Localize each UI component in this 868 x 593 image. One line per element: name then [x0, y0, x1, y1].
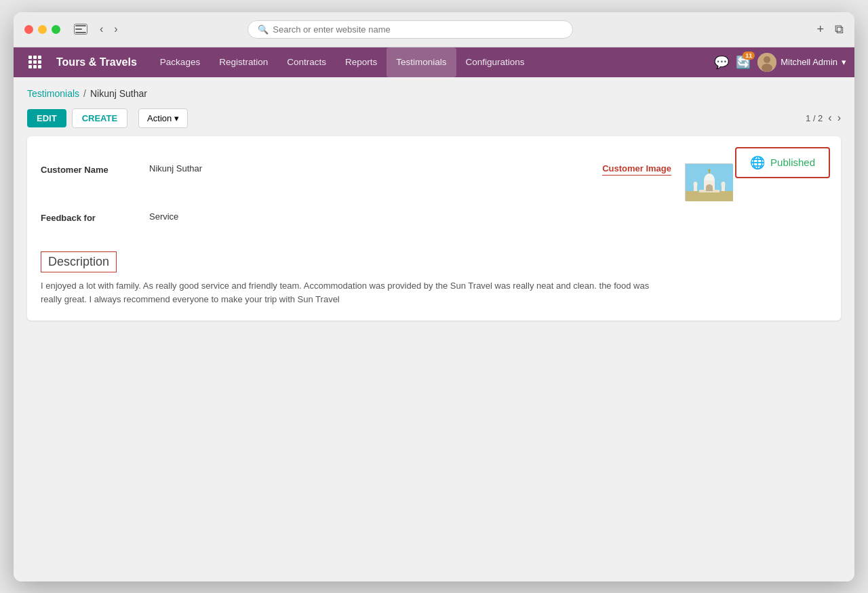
forward-button[interactable]: ›	[110, 22, 121, 37]
customer-image-label: Customer Image	[602, 163, 671, 176]
title-bar-right: + ⧉	[816, 22, 844, 37]
published-label: Published	[770, 157, 815, 168]
fullscreen-button[interactable]	[52, 25, 60, 34]
minimize-button[interactable]	[38, 25, 47, 34]
sidebar-toggle-button[interactable]	[74, 24, 87, 35]
search-bar[interactable]: 🔍	[248, 20, 573, 39]
next-page-button[interactable]: ›	[837, 112, 841, 124]
app-nav: Tours & Travels Packages Registration Co…	[14, 47, 854, 77]
nav-packages[interactable]: Packages	[151, 47, 210, 77]
published-button[interactable]: 🌐 Published	[735, 147, 830, 178]
title-bar: ‹ › 🔍 + ⧉	[14, 12, 854, 47]
customer-name-label: Customer Name	[41, 163, 149, 175]
nav-testimonials[interactable]: Testimonials	[387, 47, 456, 77]
feedback-for-row: Feedback for Service	[41, 211, 827, 223]
main-window: ‹ › 🔍 + ⧉ Tours & Travels Packages Regis…	[14, 12, 854, 581]
user-menu-button[interactable]: Mitchell Admin ▾	[757, 53, 846, 72]
feedback-for-value: Service	[149, 211, 178, 222]
svg-point-8	[694, 182, 698, 187]
action-chevron-icon: ▾	[174, 113, 179, 123]
user-name-label: Mitchell Admin	[781, 57, 837, 67]
chat-button[interactable]: 💬	[714, 55, 729, 70]
app-name: Tours & Travels	[48, 56, 145, 68]
action-bar: EDIT CREATE Action ▾ 1 / 2 ‹ ›	[27, 108, 841, 128]
svg-point-2	[762, 64, 772, 72]
breadcrumb-separator: /	[83, 88, 86, 99]
action-dropdown-button[interactable]: Action ▾	[138, 108, 188, 128]
description-title: Description	[41, 251, 117, 272]
customer-name-row: Customer Name Nikunj Suthar Customer Ima…	[41, 163, 827, 201]
svg-point-10	[722, 182, 726, 187]
description-section: Description I enjoyed a lot with family.…	[41, 251, 827, 308]
page-navigation: 1 / 2 ‹ ›	[806, 112, 841, 124]
svg-rect-4	[686, 191, 733, 201]
svg-point-15	[709, 169, 711, 171]
svg-point-1	[764, 56, 770, 63]
back-button[interactable]: ‹	[96, 22, 107, 37]
add-tab-button[interactable]: +	[816, 22, 824, 37]
close-button[interactable]	[24, 25, 33, 34]
main-content: Testimonials / Nikunj Suthar EDIT CREATE…	[14, 77, 854, 581]
page-counter: 1 / 2	[806, 113, 823, 123]
create-button[interactable]: CREATE	[72, 108, 127, 128]
nav-arrows: ‹ ›	[96, 22, 122, 37]
grid-icon	[28, 56, 41, 68]
traffic-lights	[24, 25, 60, 34]
app-nav-menu: Packages Registration Contracts Reports …	[151, 47, 534, 77]
record-card: 🌐 Published Customer Name Nikunj Suthar …	[27, 136, 841, 321]
breadcrumb-parent-link[interactable]: Testimonials	[27, 88, 79, 99]
user-menu-chevron: ▾	[842, 57, 846, 67]
prev-page-button[interactable]: ‹	[828, 112, 831, 124]
nav-contracts[interactable]: Contracts	[277, 47, 336, 77]
app-menu-button[interactable]	[22, 56, 48, 68]
feedback-for-label: Feedback for	[41, 211, 149, 223]
search-icon: 🔍	[258, 24, 269, 35]
avatar	[757, 53, 776, 72]
description-text: I enjoyed a lot with family. As really g…	[41, 279, 651, 308]
customer-name-value: Nikunj Suthar	[149, 163, 202, 173]
breadcrumb: Testimonials / Nikunj Suthar	[27, 88, 841, 99]
nav-configurations[interactable]: Configurations	[456, 47, 534, 77]
edit-button[interactable]: EDIT	[27, 109, 66, 127]
nav-registration[interactable]: Registration	[210, 47, 277, 77]
svg-rect-13	[706, 187, 713, 191]
copy-tab-button[interactable]: ⧉	[835, 22, 844, 37]
search-input[interactable]	[273, 24, 563, 35]
update-badge-container: 🔄 11	[736, 55, 751, 70]
update-count-badge: 11	[743, 52, 755, 60]
action-label: Action	[147, 113, 172, 123]
breadcrumb-current: Nikunj Suthar	[90, 88, 147, 99]
nav-reports[interactable]: Reports	[336, 47, 387, 77]
form-section: Customer Name Nikunj Suthar Customer Ima…	[41, 150, 827, 241]
globe-icon: 🌐	[750, 155, 765, 170]
app-nav-right: 💬 🔄 11 Mitchell Admin ▾	[714, 53, 846, 72]
customer-image-thumbnail[interactable]	[685, 163, 732, 201]
